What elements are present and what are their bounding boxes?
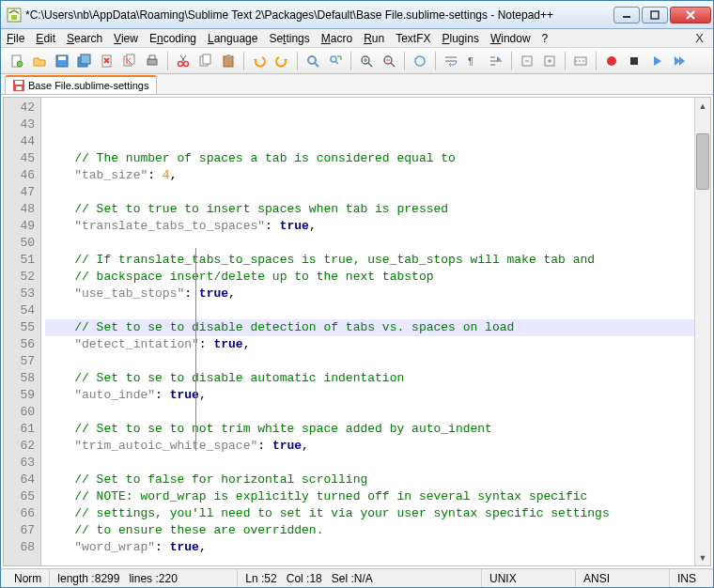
svg-text:¶: ¶ <box>468 55 473 67</box>
menu-help[interactable]: ? <box>542 32 549 45</box>
toolbar-new-icon[interactable] <box>7 51 27 71</box>
toolbar-wrap-icon[interactable] <box>441 51 461 71</box>
close-button[interactable] <box>670 7 711 23</box>
toolbar-saveall-icon[interactable] <box>74 51 95 71</box>
menu-edit[interactable]: Edit <box>36 32 55 45</box>
scroll-down-icon[interactable]: ▼ <box>695 549 710 565</box>
tab-active[interactable]: Base File.sublime-settings <box>5 75 157 94</box>
menu-textfx[interactable]: TextFX <box>396 32 430 45</box>
toolbar-cut-icon[interactable] <box>173 51 194 71</box>
toolbar-hidden-icon[interactable] <box>570 51 591 71</box>
editor-line: // Set to se to disable automatic indent… <box>45 370 694 387</box>
line-number: 64 <box>6 472 35 488</box>
svg-line-32 <box>335 61 338 64</box>
toolbar-sync-icon[interactable] <box>410 51 430 71</box>
toolbar-play-icon[interactable] <box>646 51 667 71</box>
toolbar-paste-icon[interactable] <box>218 51 239 71</box>
menu-view[interactable]: View <box>114 32 138 45</box>
editor-line: // Set to se to not trim white space add… <box>45 421 694 438</box>
menubar: File Edit Search View Encoding Language … <box>1 29 713 48</box>
vertical-scrollbar[interactable]: ▲ ▼ <box>694 98 710 565</box>
status-eol: UNIX <box>482 569 576 587</box>
line-number: 48 <box>6 201 35 218</box>
editor-line: // The number of spaces a tab is conside… <box>45 150 694 167</box>
svg-rect-20 <box>149 55 155 59</box>
toolbar-separator <box>596 52 597 70</box>
svg-point-7 <box>17 61 23 67</box>
editor-line: // settings, you'll need to set it via y… <box>45 505 694 522</box>
menu-settings[interactable]: Settings <box>269 32 309 45</box>
toolbar-unfold-icon[interactable] <box>539 51 560 71</box>
line-number: 49 <box>6 218 35 235</box>
toolbar-playmulti-icon[interactable] <box>669 51 690 71</box>
line-number: 43 <box>6 116 35 133</box>
toolbar: ¶ <box>1 48 713 74</box>
editor-line <box>45 353 694 370</box>
toolbar-copy-icon[interactable] <box>195 51 216 71</box>
svg-rect-54 <box>630 57 638 65</box>
scroll-up-icon[interactable]: ▲ <box>695 98 710 114</box>
line-number: 66 <box>6 505 35 522</box>
editor-line: "detect_intation": true, <box>45 336 694 353</box>
line-number: 58 <box>6 370 35 387</box>
svg-rect-27 <box>224 56 233 67</box>
svg-line-30 <box>315 63 318 67</box>
line-number: 62 <box>6 438 35 455</box>
editor-line: // to ensure these are overridden. <box>45 522 694 539</box>
maximize-button[interactable] <box>642 7 668 23</box>
line-number: 45 <box>6 150 35 167</box>
line-number: 55 <box>6 319 35 336</box>
titlebar[interactable]: *C:\Users\nb\AppData\Roaming\Sublime Tex… <box>1 1 713 29</box>
toolbar-allchars-icon[interactable]: ¶ <box>463 51 484 71</box>
menu-search[interactable]: Search <box>67 32 102 45</box>
editor-line: "translate_tabs_to_spaces": true, <box>45 218 694 235</box>
text-editor[interactable]: // The number of spaces a tab is conside… <box>41 98 694 565</box>
toolbar-fold-icon[interactable] <box>517 51 537 71</box>
toolbar-zoomout-icon[interactable] <box>379 51 399 71</box>
toolbar-replace-icon[interactable] <box>325 51 346 71</box>
toolbar-separator <box>435 52 436 70</box>
line-number: 54 <box>6 302 35 319</box>
menu-run[interactable]: Run <box>364 32 384 45</box>
toolbar-closeall-icon[interactable] <box>119 51 140 71</box>
editor-line <box>45 455 694 472</box>
menu-language[interactable]: Language <box>208 32 257 45</box>
editor-line: // NOTE: word_wrap is explicitly turned … <box>45 488 694 505</box>
toolbar-separator <box>297 52 298 70</box>
menu-macro[interactable]: Macro <box>321 32 352 45</box>
toolbar-rec-icon[interactable] <box>601 51 622 71</box>
menu-plugins[interactable]: Plugins <box>442 32 479 45</box>
toolbar-close-icon[interactable] <box>97 51 117 71</box>
svg-rect-28 <box>226 54 230 57</box>
toolbar-zoomin-icon[interactable] <box>356 51 377 71</box>
toolbar-find-icon[interactable] <box>303 51 323 71</box>
status-bar: Norm length : 8299 lines : 220 Ln : 52 C… <box>1 568 713 587</box>
toolbar-save-icon[interactable] <box>52 51 72 71</box>
toolbar-undo-icon[interactable] <box>249 51 270 71</box>
line-number: 56 <box>6 336 35 353</box>
menu-window[interactable]: Window <box>490 32 531 45</box>
svg-line-34 <box>368 63 372 67</box>
line-number: 53 <box>6 286 35 302</box>
status-encoding: ANSI <box>576 569 670 587</box>
toolbar-indent-icon[interactable] <box>486 51 506 71</box>
toolbar-redo-icon[interactable] <box>272 51 292 71</box>
menu-encoding[interactable]: Encoding <box>149 32 196 45</box>
toolbar-open-icon[interactable] <box>29 51 50 71</box>
svg-point-22 <box>184 61 189 66</box>
minimize-button[interactable] <box>613 7 640 23</box>
editor-line: "auto_inde": true, <box>45 387 694 404</box>
editor-line: // backspace insert/delete up to the nex… <box>45 269 694 286</box>
toolbar-separator <box>404 52 405 70</box>
editor-line: "tab_size": 4, <box>45 167 694 184</box>
menu-file[interactable]: File <box>7 32 24 45</box>
line-number: 51 <box>6 252 35 269</box>
svg-rect-56 <box>15 81 23 85</box>
scroll-thumb[interactable] <box>696 133 709 190</box>
toolbar-stop-icon[interactable] <box>624 51 644 71</box>
toolbar-print-icon[interactable] <box>142 51 163 71</box>
line-number: 67 <box>6 522 35 539</box>
window-title: *C:\Users\nb\AppData\Roaming\Sublime Tex… <box>25 8 613 22</box>
svg-rect-19 <box>147 59 157 65</box>
mdi-close-icon[interactable]: X <box>695 31 704 45</box>
